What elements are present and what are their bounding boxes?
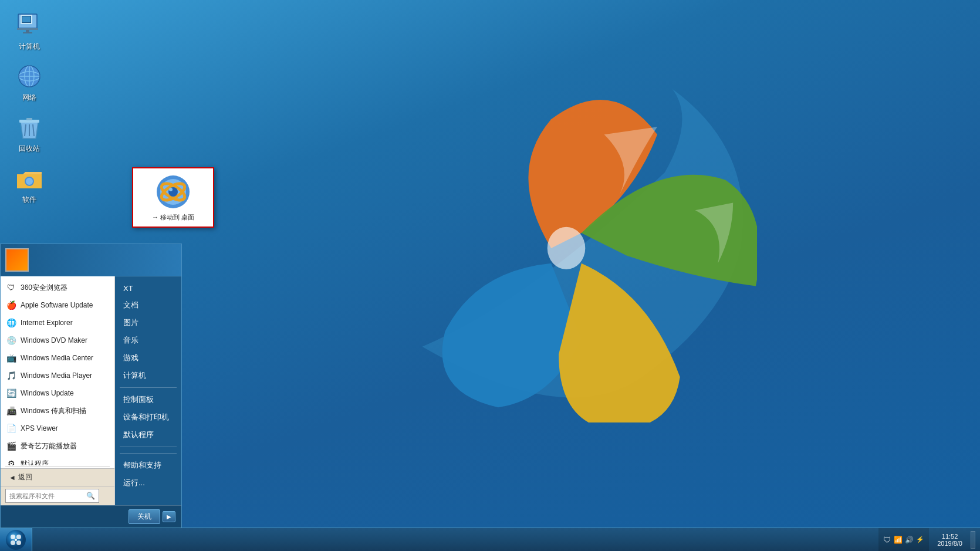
recycle-bin-icon xyxy=(15,113,43,141)
tray-icon-shield: 🛡 xyxy=(883,535,891,545)
menu-item-icon: 📺 xyxy=(5,352,17,364)
left-menu-item[interactable]: 🌐Internet Explorer xyxy=(1,314,114,332)
recycle-bin-label: 回收站 xyxy=(19,144,40,154)
search-icon: 🔍 xyxy=(86,492,95,500)
ie-drag-tooltip: → 移动到 桌面 xyxy=(152,213,194,222)
right-menu-item[interactable]: 图片 xyxy=(115,315,181,331)
search-input[interactable] xyxy=(9,492,86,499)
right-menu-item[interactable]: 音乐 xyxy=(115,332,181,349)
back-label: 返回 xyxy=(18,472,32,482)
right-menu-item[interactable]: XT xyxy=(115,281,181,296)
right-menu-item[interactable]: 游戏 xyxy=(115,350,181,366)
clock-date: 2019/8/0 xyxy=(937,540,962,547)
menu-item-label: XPS Viewer xyxy=(21,424,58,432)
left-menu-item[interactable]: 🔄Windows Update xyxy=(1,384,114,402)
menu-item-icon: 🌐 xyxy=(5,317,17,329)
desktop-icons-container: 计算机 网络 xyxy=(0,0,59,216)
menu-item-icon: 🔄 xyxy=(5,387,17,399)
svg-rect-8 xyxy=(22,16,31,22)
network-icon-label: 网络 xyxy=(22,93,36,103)
menu-item-label: Apple Software Update xyxy=(21,301,93,309)
left-menu-item[interactable]: 📠Windows 传真和扫描 xyxy=(1,402,114,420)
taskbar: 🛡 📶 🔊 ⚡ 11:52 2019/8/0 xyxy=(0,528,980,551)
start-menu-programs-list[interactable]: 🛡360安全浏览器🍎Apple Software Update🌐Internet… xyxy=(1,276,114,465)
menu-item-icon: 🎵 xyxy=(5,370,17,381)
tray-icon-network: 📶 xyxy=(894,536,903,544)
search-bar[interactable]: 🔍 xyxy=(5,489,99,503)
svg-rect-3 xyxy=(17,28,38,30)
shutdown-arrow-button[interactable]: ▶ xyxy=(163,511,175,522)
svg-point-23 xyxy=(26,178,33,185)
left-menu-item[interactable]: 🍎Apple Software Update xyxy=(1,296,114,314)
right-menu-item[interactable]: 默认程序 xyxy=(115,427,181,443)
menu-item-icon: 📄 xyxy=(5,422,17,434)
right-menu-item[interactable]: 计算机 xyxy=(115,367,181,384)
show-desktop-button[interactable] xyxy=(971,531,975,549)
right-menu-divider xyxy=(120,447,177,447)
svg-rect-5 xyxy=(26,30,29,32)
left-menu-item[interactable]: 🎬爱奇艺万能播放器 xyxy=(1,437,114,455)
menu-divider-bottom xyxy=(5,467,110,467)
clock: 11:52 2019/8/0 xyxy=(932,533,967,547)
ie-tooltip-text: → 移动到 桌面 xyxy=(152,213,194,222)
taskbar-right: 🛡 📶 🔊 ⚡ 11:52 2019/8/0 xyxy=(878,528,980,551)
right-menu-item[interactable]: 帮助和支持 xyxy=(115,457,181,474)
svg-rect-17 xyxy=(26,118,32,120)
start-menu-left: 🛡360安全浏览器🍎Apple Software Update🌐Internet… xyxy=(1,276,115,505)
tray-icon-battery: ⚡ xyxy=(916,536,924,543)
desktop-icon-recycle[interactable]: 回收站 xyxy=(6,111,53,156)
user-avatar xyxy=(5,248,29,272)
menu-item-icon: 🍎 xyxy=(5,299,17,311)
start-menu-header xyxy=(1,244,181,276)
menu-item-icon: 🛡 xyxy=(5,282,17,293)
left-menu-item[interactable]: ⚙默认程序 xyxy=(1,455,114,465)
desktop-icon-computer[interactable]: 计算机 xyxy=(6,9,53,54)
desktop-icon-software[interactable]: 软件 xyxy=(6,162,53,207)
clock-time: 11:52 xyxy=(937,533,962,540)
tray-icon-volume: 🔊 xyxy=(905,536,914,544)
computer-icon-label: 计算机 xyxy=(19,42,40,52)
svg-point-34 xyxy=(16,540,21,545)
right-menu-item[interactable]: 设备和打印机 xyxy=(115,409,181,425)
svg-point-0 xyxy=(548,227,586,269)
menu-item-label: 默认程序 xyxy=(21,459,49,466)
menu-item-label: Windows 传真和扫描 xyxy=(21,406,86,416)
back-arrow: ◄ xyxy=(9,474,16,482)
right-menu-item[interactable]: 控制面板 xyxy=(115,391,181,408)
desktop: 计算机 网络 xyxy=(0,0,980,551)
right-menu-divider xyxy=(120,453,177,454)
left-menu-item[interactable]: 💿Windows DVD Maker xyxy=(1,332,114,349)
shutdown-button[interactable]: 关机 xyxy=(129,509,160,524)
right-menu-item[interactable]: 运行... xyxy=(115,475,181,491)
menu-item-icon: ⚙ xyxy=(5,458,17,465)
windows-logo xyxy=(376,59,757,422)
start-menu-right: XT文档图片音乐游戏计算机控制面板设备和打印机默认程序帮助和支持运行... xyxy=(115,276,181,505)
right-menu-item[interactable]: 文档 xyxy=(115,297,181,313)
svg-rect-6 xyxy=(23,32,32,33)
menu-item-label: 爱奇艺万能播放器 xyxy=(21,441,77,451)
menu-item-label: Windows Media Player xyxy=(21,371,92,380)
right-menu-divider xyxy=(120,387,177,388)
network-icon xyxy=(15,62,43,90)
menu-item-label: Internet Explorer xyxy=(21,319,73,327)
left-menu-item[interactable]: 🛡360安全浏览器 xyxy=(1,279,114,296)
left-menu-item[interactable]: 🎵Windows Media Player xyxy=(1,367,114,384)
shutdown-bar: 关机 ▶ xyxy=(1,505,181,528)
start-menu-body: 🛡360安全浏览器🍎Apple Software Update🌐Internet… xyxy=(1,276,181,505)
svg-point-32 xyxy=(16,535,21,539)
computer-icon xyxy=(15,11,43,39)
ie-drag-icon: → 移动到 桌面 xyxy=(132,167,214,228)
system-tray: 🛡 📶 🔊 ⚡ xyxy=(878,528,929,551)
start-menu-bottom-bar: ◄ 返回 xyxy=(1,468,114,486)
software-folder-label: 软件 xyxy=(22,195,36,205)
left-menu-item[interactable]: 📺Windows Media Center xyxy=(1,349,114,367)
ie-icon-large xyxy=(154,173,192,211)
left-menu-item[interactable]: 📄XPS Viewer xyxy=(1,420,114,437)
start-button[interactable] xyxy=(0,528,32,552)
menu-item-label: Windows Update xyxy=(21,389,74,397)
menu-item-icon: 🎬 xyxy=(5,440,17,452)
desktop-icon-network[interactable]: 网络 xyxy=(6,60,53,105)
back-button[interactable]: ◄ 返回 xyxy=(5,471,36,484)
menu-item-icon: 📠 xyxy=(5,405,17,417)
menu-item-label: Windows Media Center xyxy=(21,354,93,362)
